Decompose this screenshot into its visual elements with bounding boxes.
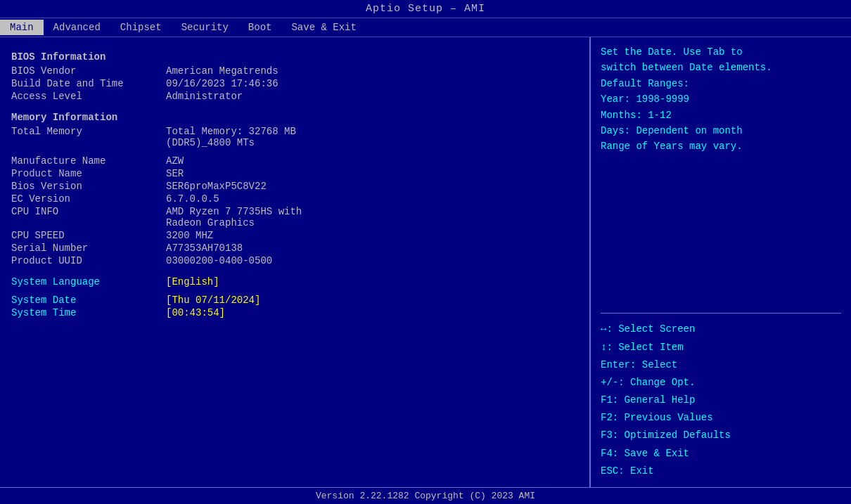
build-date-row: Build Date and Time 09/16/2023 17:46:36 (11, 78, 578, 89)
manufacture-value: AZW (166, 155, 184, 167)
build-date-value: 09/16/2023 17:46:36 (166, 78, 279, 89)
manufacture-label: Manufacture Name (11, 155, 166, 167)
product-name-label: Product Name (11, 168, 166, 179)
help-line-3: Default Ranges: (601, 76, 841, 91)
system-time-row[interactable]: System Time [00:43:54] (11, 307, 578, 318)
right-panel-divider (601, 313, 841, 314)
bios-vendor-row: BIOS Vendor American Megatrends (11, 65, 578, 77)
help-line-4: Year: 1998-9999 (601, 91, 841, 107)
ec-version-value: 6.7.0.0.5 (166, 193, 219, 205)
bios-version-value: SER6proMaxP5C8V22 (166, 181, 267, 192)
menu-item-save-exit[interactable]: Save & Exit (281, 20, 366, 35)
system-date-value[interactable]: [Thu 07/11/2024] (166, 295, 260, 306)
total-memory-label: Total Memory (11, 126, 166, 148)
cpu-info-value: AMD Ryzen 7 7735HS with Radeon Graphics (166, 206, 302, 228)
access-level-label: Access Level (11, 91, 166, 102)
product-name-value: SER (166, 168, 184, 179)
help-text: Set the Date. Use Tab to switch between … (601, 44, 841, 306)
system-date-label[interactable]: System Date (11, 295, 166, 306)
main-content: BIOS Information BIOS Vendor American Me… (0, 37, 851, 487)
bios-section-header: BIOS Information (11, 51, 578, 63)
system-language-row[interactable]: System Language [English] (11, 276, 578, 287)
help-line-1: Set the Date. Use Tab to (601, 44, 841, 60)
bios-vendor-label: BIOS Vendor (11, 65, 166, 77)
product-name-row: Product Name SER (11, 168, 578, 179)
manufacture-row: Manufacture Name AZW (11, 155, 578, 167)
menu-item-security[interactable]: Security (172, 20, 238, 35)
memory-section-header: Memory Information (11, 112, 578, 123)
product-uuid-value: 03000200-0400-0500 (166, 255, 272, 266)
serial-number-row: Serial Number A77353AH70138 (11, 243, 578, 254)
key-select-screen: ↔: Select Screen (601, 321, 841, 338)
system-date-row[interactable]: System Date [Thu 07/11/2024] (11, 295, 578, 306)
bios-vendor-value: American Megatrends (166, 65, 279, 77)
app-title: Aptio Setup – AMI (366, 3, 485, 15)
key-f2-previous: F2: Previous Values (601, 409, 841, 427)
bios-version-row: Bios Version SER6proMaxP5C8V22 (11, 181, 578, 192)
ec-version-label: EC Version (11, 193, 166, 205)
right-panel: Set the Date. Use Tab to switch between … (591, 37, 851, 487)
menu-item-chipset[interactable]: Chipset (110, 20, 172, 35)
build-date-label: Build Date and Time (11, 78, 166, 89)
key-enter-select: Enter: Select (601, 356, 841, 374)
total-memory-value: Total Memory: 32768 MB (DDR5)_4800 MTs (166, 126, 296, 148)
cpu-speed-label: CPU SPEED (11, 230, 166, 241)
key-f1-help: F1: General Help (601, 392, 841, 409)
left-panel: BIOS Information BIOS Vendor American Me… (0, 37, 591, 487)
system-language-label[interactable]: System Language (11, 276, 166, 287)
system-time-label[interactable]: System Time (11, 307, 166, 318)
cpu-speed-row: CPU SPEED 3200 MHZ (11, 230, 578, 241)
ec-version-row: EC Version 6.7.0.0.5 (11, 193, 578, 205)
cpu-info-row: CPU INFO AMD Ryzen 7 7735HS with Radeon … (11, 206, 578, 228)
total-memory-row: Total Memory Total Memory: 32768 MB (DDR… (11, 126, 578, 148)
menu-item-main[interactable]: Main (0, 20, 44, 35)
help-line-6: Days: Dependent on month (601, 123, 841, 138)
cpu-speed-value: 3200 MHZ (166, 230, 213, 241)
key-f4-save: F4: Save & Exit (601, 445, 841, 463)
access-level-value: Administrator (166, 91, 243, 102)
key-legend: ↔: Select Screen ↕: Select Item Enter: S… (601, 321, 841, 480)
help-line-7: Range of Years may vary. (601, 138, 841, 154)
bios-version-label: Bios Version (11, 181, 166, 192)
product-uuid-row: Product UUID 03000200-0400-0500 (11, 255, 578, 266)
key-f3-defaults: F3: Optimized Defaults (601, 427, 841, 444)
interactive-section: System Language [English] System Date [T… (11, 276, 578, 318)
help-line-5: Months: 1-12 (601, 108, 841, 123)
serial-number-value: A77353AH70138 (166, 243, 243, 254)
footer: Version 2.22.1282 Copyright (C) 2023 AMI (0, 487, 851, 504)
key-select-item: ↕: Select Item (601, 339, 841, 356)
access-level-row: Access Level Administrator (11, 91, 578, 102)
product-uuid-label: Product UUID (11, 255, 166, 266)
menu-item-boot[interactable]: Boot (238, 20, 282, 35)
menu-bar: Main Advanced Chipset Security Boot Save… (0, 18, 851, 37)
key-esc-exit: ESC: Exit (601, 463, 841, 480)
key-change-opt: +/-: Change Opt. (601, 374, 841, 392)
system-time-value[interactable]: [00:43:54] (166, 307, 225, 318)
footer-text: Version 2.22.1282 Copyright (C) 2023 AMI (316, 491, 535, 501)
title-bar: Aptio Setup – AMI (0, 0, 851, 18)
system-language-value[interactable]: [English] (166, 276, 219, 287)
serial-number-label: Serial Number (11, 243, 166, 254)
menu-item-advanced[interactable]: Advanced (44, 20, 110, 35)
cpu-info-label: CPU INFO (11, 206, 166, 228)
help-line-2: switch between Date elements. (601, 60, 841, 75)
